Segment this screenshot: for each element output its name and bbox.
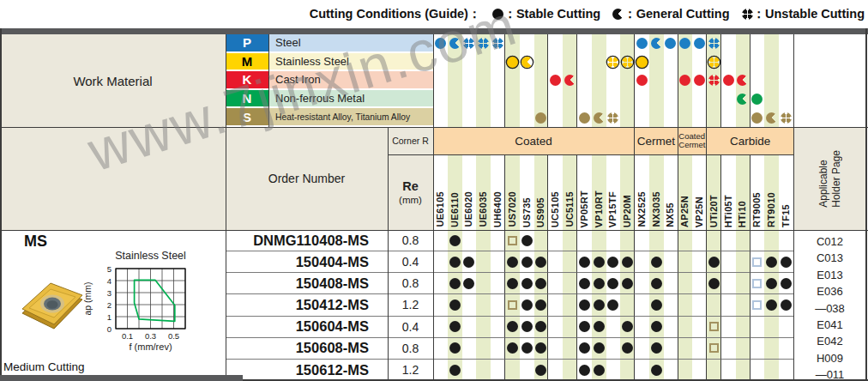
condition-cell bbox=[692, 294, 707, 316]
insert-condition-matrix bbox=[433, 230, 793, 381]
grade-name: UTi20T bbox=[709, 195, 719, 227]
condition-cell bbox=[563, 71, 577, 90]
condition-cell bbox=[592, 71, 606, 90]
stable-marker bbox=[781, 257, 792, 268]
condition-cell bbox=[721, 338, 736, 360]
condition-cell bbox=[433, 294, 448, 316]
grade-column-header: HTi10 bbox=[736, 154, 750, 230]
unstable-cutting-icon bbox=[742, 9, 753, 20]
svg-text:2: 2 bbox=[107, 300, 112, 310]
svg-text:0.3: 0.3 bbox=[145, 331, 156, 341]
condition-cell bbox=[606, 90, 621, 109]
condition-cell bbox=[577, 53, 592, 72]
condition-cell bbox=[707, 338, 721, 360]
condition-cell bbox=[448, 53, 462, 72]
condition-cell bbox=[707, 294, 721, 316]
work-material-right-spacer bbox=[793, 34, 866, 127]
stable-marker bbox=[507, 257, 518, 268]
condition-cell bbox=[448, 34, 462, 53]
condition-cell bbox=[635, 53, 649, 72]
condition-cell bbox=[476, 338, 491, 360]
svg-text:ap (mm): ap (mm) bbox=[82, 281, 93, 315]
condition-cell bbox=[491, 230, 505, 251]
condition-cell bbox=[462, 294, 477, 316]
condition-cell bbox=[721, 273, 736, 294]
condition-cell bbox=[649, 251, 664, 273]
condition-cell bbox=[779, 273, 793, 294]
table-border-left bbox=[0, 28, 2, 381]
condition-cell bbox=[707, 108, 721, 127]
unstable-marker bbox=[607, 57, 618, 68]
condition-cell bbox=[505, 90, 520, 109]
material-name: Heat-resistant Alloy, Titanium Alloy bbox=[268, 108, 433, 127]
condition-cell bbox=[678, 338, 693, 360]
stable-marker bbox=[766, 257, 777, 268]
condition-cell bbox=[548, 71, 563, 90]
condition-cell bbox=[707, 34, 721, 53]
condition-cell bbox=[491, 34, 505, 53]
condition-cell bbox=[635, 108, 649, 127]
condition-cell bbox=[433, 273, 448, 294]
grade-name: US7020 bbox=[508, 191, 517, 227]
grade-column-header: US905 bbox=[534, 154, 549, 230]
square-blue-marker bbox=[752, 279, 762, 288]
grade-column-header: UH6400 bbox=[491, 154, 505, 230]
table-row: 150404-MS0.4 bbox=[226, 251, 433, 273]
condition-cell bbox=[563, 90, 577, 109]
condition-cell bbox=[750, 360, 765, 381]
stable-marker bbox=[435, 38, 446, 49]
svg-text:0.1: 0.1 bbox=[122, 331, 133, 341]
svg-text:3: 3 bbox=[107, 288, 112, 298]
condition-cell bbox=[476, 294, 491, 316]
condition-cell bbox=[548, 360, 563, 381]
cutting-conditions-page: Cutting Conditions (Guide)：：Stable Cutti… bbox=[0, 0, 868, 381]
stable-marker bbox=[651, 342, 662, 354]
condition-cell bbox=[520, 90, 534, 109]
stable-marker bbox=[449, 342, 461, 354]
condition-cell bbox=[620, 90, 635, 109]
holder-page-value: C013 bbox=[793, 250, 866, 266]
condition-cell bbox=[592, 294, 606, 316]
holder-page-value: E013 bbox=[793, 267, 866, 283]
condition-cell bbox=[779, 34, 793, 53]
divider bbox=[433, 34, 434, 381]
chip-control-chart: Stainless Steel0123450.10.30.5f (mm/rev)… bbox=[79, 249, 203, 359]
unstable-marker bbox=[492, 38, 503, 49]
grade-column-header: UC5115 bbox=[563, 154, 577, 230]
condition-cell bbox=[606, 360, 621, 381]
condition-cell bbox=[476, 34, 491, 53]
table-row: 150604-MS0.4 bbox=[226, 317, 433, 338]
stable-marker bbox=[781, 299, 792, 311]
stable-marker bbox=[579, 321, 590, 332]
stable-marker bbox=[521, 278, 533, 289]
condition-cell bbox=[664, 34, 678, 53]
corner-r-cell: 1.2 bbox=[388, 360, 433, 381]
grade-name: VP25N bbox=[695, 197, 704, 227]
condition-cell bbox=[476, 71, 491, 90]
condition-cell bbox=[491, 251, 505, 273]
grade-name: NX3035 bbox=[652, 191, 661, 227]
condition-cell bbox=[649, 360, 664, 381]
condition-cell bbox=[548, 273, 563, 294]
holder-page-value: C012 bbox=[793, 233, 866, 250]
stable-marker bbox=[449, 235, 461, 246]
order-number-cell: DNMG110408-MS bbox=[226, 230, 388, 251]
stable-marker bbox=[651, 321, 662, 332]
stable-marker bbox=[751, 94, 763, 105]
stable-marker bbox=[594, 278, 605, 289]
condition-cell bbox=[534, 108, 549, 127]
legend-item-label: Stable Cutting bbox=[516, 7, 600, 21]
condition-cell bbox=[448, 294, 462, 316]
condition-cell bbox=[649, 53, 664, 72]
condition-cell bbox=[548, 251, 563, 273]
condition-cell bbox=[534, 251, 549, 273]
stable-marker bbox=[607, 278, 618, 289]
stable-marker bbox=[521, 235, 533, 246]
condition-cell bbox=[606, 251, 621, 273]
condition-cell bbox=[635, 90, 649, 109]
condition-cell bbox=[692, 34, 707, 53]
square-blue-marker bbox=[752, 300, 762, 310]
condition-cell bbox=[505, 53, 520, 72]
general-marker bbox=[564, 75, 576, 86]
work-material-condition-matrix bbox=[433, 34, 793, 127]
